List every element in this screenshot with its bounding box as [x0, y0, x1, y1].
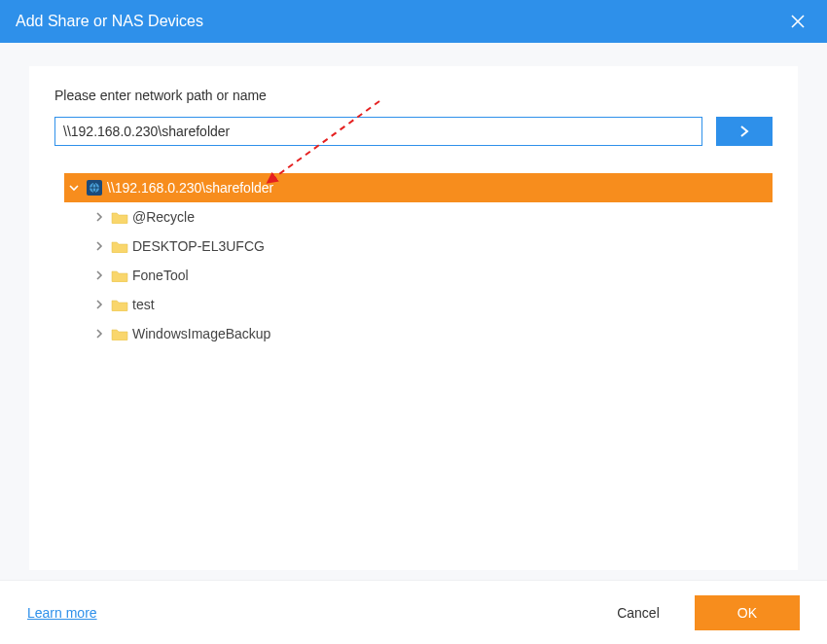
tree-item-label: @Recycle	[130, 209, 195, 225]
go-button[interactable]	[716, 117, 773, 146]
folder-icon	[109, 298, 130, 311]
network-path-input[interactable]	[54, 117, 702, 146]
chevron-right-icon[interactable]	[90, 212, 109, 222]
tree-item-windowsimagebackup[interactable]: WindowsImageBackup	[64, 319, 773, 348]
network-share-icon	[84, 179, 105, 197]
tree-item-recycle[interactable]: @Recycle	[64, 202, 773, 232]
titlebar: Add Share or NAS Devices	[0, 0, 827, 43]
chevron-down-icon[interactable]	[64, 183, 84, 193]
chevron-right-icon[interactable]	[90, 241, 109, 251]
close-icon	[791, 15, 805, 28]
chevron-right-icon[interactable]	[90, 270, 109, 280]
folder-tree: \\192.168.0.230\sharefolder @Recycle	[64, 173, 773, 348]
prompt-label: Please enter network path or name	[54, 88, 773, 103]
dialog-body: Please enter network path or name	[0, 43, 827, 580]
tree-item-label: WindowsImageBackup	[130, 326, 270, 341]
add-share-nas-dialog: Add Share or NAS Devices Please enter ne…	[0, 0, 827, 644]
ok-button[interactable]: OK	[695, 595, 800, 630]
tree-item-label: FoneTool	[130, 268, 189, 283]
chevron-right-icon[interactable]	[90, 329, 109, 339]
tree-item-test[interactable]: test	[64, 290, 773, 319]
close-button[interactable]	[786, 10, 809, 33]
tree-item-fonetool[interactable]: FoneTool	[64, 261, 773, 290]
tree-item-label: DESKTOP-EL3UFCG	[130, 238, 265, 254]
tree-item-label: test	[130, 297, 155, 312]
folder-icon	[109, 268, 130, 282]
tree-root-sharefolder[interactable]: \\192.168.0.230\sharefolder	[64, 173, 773, 202]
path-row	[54, 117, 773, 146]
tree-root-label: \\192.168.0.230\sharefolder	[105, 180, 273, 196]
folder-icon	[109, 210, 130, 224]
learn-more-link[interactable]: Learn more	[27, 605, 97, 621]
dialog-footer: Learn more Cancel OK	[0, 580, 827, 644]
chevron-right-icon[interactable]	[90, 300, 109, 309]
tree-item-desktop-el3ufcg[interactable]: DESKTOP-EL3UFCG	[64, 232, 773, 261]
chevron-right-icon	[738, 125, 750, 138]
dialog-title: Add Share or NAS Devices	[16, 13, 786, 30]
main-panel: Please enter network path or name	[29, 66, 798, 570]
folder-icon	[109, 327, 130, 340]
folder-icon	[109, 239, 130, 253]
cancel-button[interactable]: Cancel	[597, 597, 679, 628]
